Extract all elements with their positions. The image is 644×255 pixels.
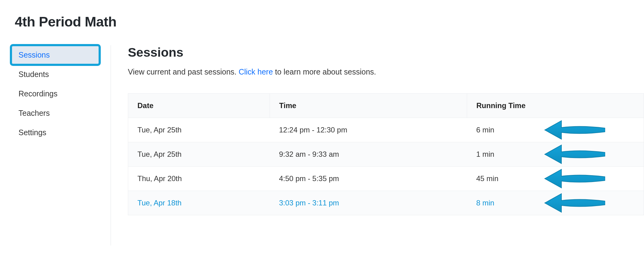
sessions-table: Date Time Running Time Tue, Apr 25th12:2… [128, 93, 644, 215]
arrow-left-icon [544, 192, 605, 214]
page-title: 4th Period Math [0, 0, 644, 30]
sidebar: SessionsStudentsRecordingsTeachersSettin… [0, 45, 111, 245]
section-description: View current and past sessions. Click he… [128, 67, 644, 76]
cell-date: Thu, Apr 20th [128, 167, 270, 191]
cell-time: 12:24 pm - 12:30 pm [270, 118, 467, 142]
sidebar-item-sessions[interactable]: Sessions [11, 45, 100, 65]
sidebar-item-recordings[interactable]: Recordings [11, 84, 100, 103]
arrow-left-icon [544, 119, 605, 141]
cell-time: 4:50 pm - 5:35 pm [270, 167, 467, 191]
cell-date: Tue, Apr 18th [128, 191, 270, 215]
running-time-value: 1 min [476, 150, 495, 158]
table-row[interactable]: Tue, Apr 18th3:03 pm - 3:11 pm8 min [128, 191, 644, 215]
main-content: Sessions View current and past sessions.… [111, 45, 644, 245]
cell-date: Tue, Apr 25th [128, 142, 270, 167]
sidebar-item-teachers[interactable]: Teachers [11, 103, 100, 123]
table-row[interactable]: Thu, Apr 20th4:50 pm - 5:35 pm45 min [128, 167, 644, 191]
table-row[interactable]: Tue, Apr 25th9:32 am - 9:33 am1 min [128, 142, 644, 167]
cell-date: Tue, Apr 25th [128, 118, 270, 142]
section-desc-post: to learn more about sessions. [273, 67, 376, 76]
layout: SessionsStudentsRecordingsTeachersSettin… [0, 45, 644, 245]
cell-time: 9:32 am - 9:33 am [270, 142, 467, 167]
col-header-running[interactable]: Running Time [467, 94, 644, 118]
col-header-time[interactable]: Time [270, 94, 467, 118]
cell-time: 3:03 pm - 3:11 pm [270, 191, 467, 215]
table-header-row: Date Time Running Time [128, 94, 644, 118]
section-desc-pre: View current and past sessions. [128, 67, 238, 76]
col-header-date[interactable]: Date [128, 94, 270, 118]
cell-running-time: 1 min [467, 142, 644, 167]
running-time-value: 45 min [476, 174, 499, 183]
table-row[interactable]: Tue, Apr 25th12:24 pm - 12:30 pm6 min [128, 118, 644, 142]
running-time-value: 8 min [476, 199, 495, 207]
sidebar-item-settings[interactable]: Settings [11, 123, 100, 142]
learn-more-link[interactable]: Click here [238, 67, 273, 76]
running-time-value: 6 min [476, 126, 495, 134]
cell-running-time: 8 min [467, 191, 644, 215]
sidebar-item-students[interactable]: Students [11, 65, 100, 84]
cell-running-time: 45 min [467, 167, 644, 191]
cell-running-time: 6 min [467, 118, 644, 142]
arrow-left-icon [544, 168, 605, 190]
section-title: Sessions [128, 45, 644, 60]
arrow-left-icon [544, 143, 605, 165]
